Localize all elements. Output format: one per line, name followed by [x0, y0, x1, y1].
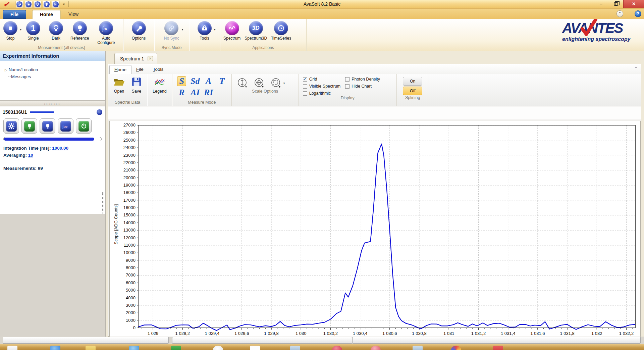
taskbar-icon[interactable]	[290, 346, 300, 350]
svg-text:17000: 17000	[123, 198, 136, 203]
device-power-button[interactable]	[76, 118, 92, 134]
tab-view[interactable]: View	[61, 10, 86, 19]
open-button[interactable]: Open	[111, 77, 127, 94]
splining-off-button[interactable]: Off	[403, 87, 422, 95]
taskbar-icon[interactable]	[50, 346, 60, 350]
taskbar-icon[interactable]	[451, 346, 461, 350]
chart-zone: 1 0291 029,21 029,41 029,61 029,81 0301 …	[108, 119, 641, 336]
svg-text:7000: 7000	[126, 272, 136, 278]
zoom-dropdown-caret[interactable]: ▾	[283, 82, 285, 85]
single-button[interactable]: 1 Single	[24, 20, 42, 41]
device-reference-button[interactable]	[40, 118, 55, 134]
no-sync-dropdown-caret[interactable]: ▾	[182, 28, 183, 31]
mode-scope-button[interactable]: S	[177, 76, 186, 86]
zoom-pan-icon[interactable]	[254, 78, 265, 89]
mode-transmittance-button[interactable]: T	[217, 76, 227, 86]
device-autoconfigure-button[interactable]: ∫ac	[58, 118, 73, 134]
integration-time-link[interactable]: 1000,00	[52, 146, 68, 151]
tab-file[interactable]: File	[3, 10, 26, 19]
checkbox-hide-chart[interactable]: Hide Chart	[345, 84, 380, 89]
chart-plot[interactable]: 1 0291 029,21 029,41 029,61 029,81 0301 …	[110, 121, 640, 347]
auto-configure-button[interactable]: ∫ac Auto Configure	[93, 20, 119, 45]
wrench-icon	[132, 21, 146, 35]
ribbon: ▾ Stop 1 Single Dark Reference ∫ac A	[0, 19, 644, 51]
collapse-inner-ribbon-icon[interactable]: ⌃	[634, 66, 638, 71]
device-dark-button[interactable]	[21, 118, 37, 134]
progress-fill	[4, 138, 94, 141]
taskbar-icon[interactable]	[332, 346, 342, 350]
tab-home[interactable]: Home	[32, 10, 61, 19]
blue-bulb-icon	[42, 121, 53, 132]
minimize-button[interactable]: –	[594, 0, 608, 8]
taskbar-icon[interactable]	[371, 346, 381, 350]
restore-button[interactable]	[608, 0, 623, 8]
mode-ri-button[interactable]: RI	[202, 88, 215, 98]
tools-dropdown-caret[interactable]: ▾	[214, 28, 216, 31]
mode-absorbance-button[interactable]: A	[204, 76, 213, 86]
no-sync-button[interactable]: ▾ No Sync	[162, 20, 181, 41]
dark-button[interactable]: Dark	[47, 20, 65, 41]
doc-tab-tools[interactable]: Tools	[148, 65, 168, 74]
tab-spectrum1[interactable]: Spectrum 1 ✕	[114, 53, 157, 64]
svg-text:1 031,4: 1 031,4	[501, 331, 515, 336]
taskbar-icon[interactable]	[413, 346, 423, 350]
collapse-ribbon-icon[interactable]: ⌃	[616, 10, 623, 17]
tools-button[interactable]: ▾ Tools	[196, 20, 214, 41]
mode-reflectance-button[interactable]: R	[177, 88, 186, 98]
taskbar-icon[interactable]	[213, 346, 223, 350]
sidebar-splitter-handle[interactable]: ,,,,,,,,,,	[0, 101, 105, 106]
svg-text:21000: 21000	[123, 167, 136, 172]
ribbon-group-applications: Spectrum 3D Spectrum3D TimeSeries Applic…	[220, 19, 307, 51]
svg-text:27000: 27000	[123, 122, 136, 128]
legend-button[interactable]: Legend	[150, 77, 169, 94]
mode-scope-dark-button[interactable]: Sd	[189, 76, 202, 86]
taskbar-icon[interactable]	[7, 346, 17, 350]
close-tab-icon[interactable]: ✕	[148, 56, 153, 61]
ribbon-group-tools: ▾ Tools	[189, 19, 220, 51]
checkbox-visible-spectrum[interactable]: Visible Spectrum	[303, 84, 341, 89]
taskbar-icon[interactable]	[171, 346, 181, 350]
group-scale-options: ▾ Scale Options	[232, 74, 299, 106]
taskbar-icon[interactable]	[86, 346, 96, 350]
splining-on-button[interactable]: On	[403, 77, 422, 86]
spectrum-button[interactable]: Spectrum	[221, 20, 243, 41]
taskbar-icon[interactable]	[250, 346, 260, 350]
save-button[interactable]: Save	[129, 77, 144, 94]
checkbox-icon	[303, 91, 307, 96]
svg-text:5000: 5000	[126, 288, 136, 293]
zoom-vertical-icon[interactable]	[237, 78, 249, 89]
collapse-device-button[interactable]: −	[97, 109, 102, 115]
averaging-link[interactable]: 10	[28, 153, 33, 158]
options-button[interactable]: Options	[130, 20, 148, 41]
tree-item-name-location[interactable]: ▷Name/Location	[5, 66, 105, 73]
checkbox-logarithmic[interactable]: Logarithmic	[303, 91, 341, 96]
svg-text:16000: 16000	[123, 205, 136, 210]
checkbox-grid[interactable]: Grid	[303, 77, 341, 82]
help-icon[interactable]: ?	[635, 10, 641, 17]
doc-tab-home[interactable]: Home	[109, 65, 131, 74]
checkbox-photon-density[interactable]: Photon Density	[345, 77, 380, 82]
taskbar-icon[interactable]	[493, 346, 503, 350]
zoom-region-icon[interactable]	[271, 78, 282, 89]
timeseries-button[interactable]: TimeSeries	[269, 20, 293, 41]
group-label-measurement: Measurement (all devices)	[1, 45, 122, 51]
tree-item-messages[interactable]: Messages	[7, 73, 105, 80]
mode-ai-button[interactable]: AI	[189, 88, 202, 98]
stop-dropdown-caret[interactable]: ▾	[20, 28, 21, 31]
stop-button[interactable]: ▾ Stop	[1, 20, 19, 41]
reference-bulb-icon	[73, 21, 87, 35]
close-button[interactable]: ✕	[623, 0, 644, 8]
svg-text:0: 0	[133, 325, 136, 330]
svg-text:18000: 18000	[123, 190, 136, 195]
expand-triangle-icon[interactable]: ▷	[5, 68, 7, 72]
device-panel: 1503136U1 − ∫ac Integration Time [ms]:	[0, 106, 105, 214]
svg-text:1 029: 1 029	[148, 331, 159, 336]
reference-button[interactable]: Reference	[68, 20, 91, 41]
device-settings-button[interactable]	[3, 118, 19, 134]
spectrum-chart[interactable]: 1 0291 029,21 029,41 029,61 029,81 0301 …	[109, 121, 641, 348]
spectrum3d-button[interactable]: 3D Spectrum3D	[243, 20, 269, 41]
taskbar-icon[interactable]	[129, 346, 139, 350]
svg-text:22000: 22000	[123, 160, 136, 165]
doc-tab-file[interactable]: File	[131, 65, 148, 74]
vertical-splitter-handle[interactable]	[102, 192, 104, 213]
